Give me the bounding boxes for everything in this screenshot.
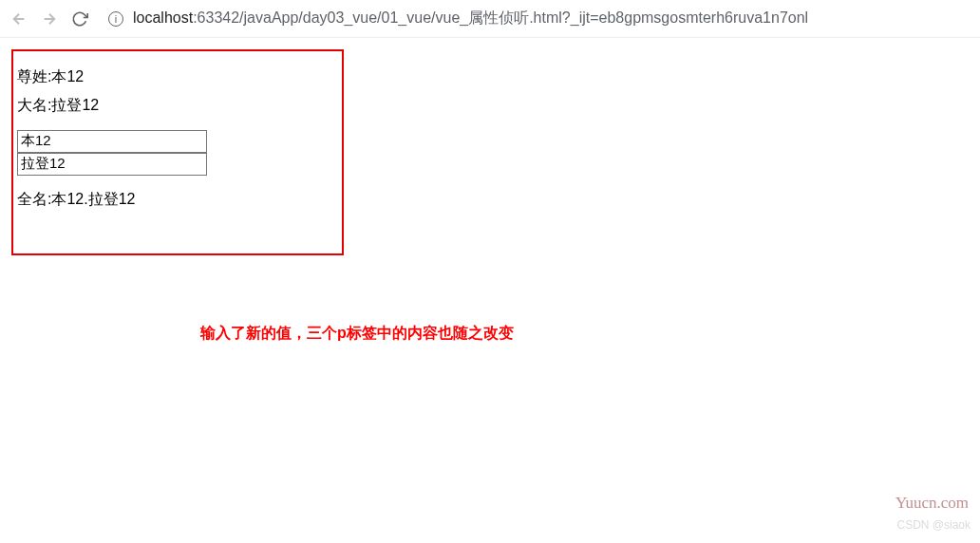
browser-toolbar: i localhost:63342/javaApp/day03_vue/01_v… (0, 0, 980, 38)
page-content: 尊姓:本12 大名:拉登12 全名:本12.拉登12 输入了新的值，三个p标签中… (0, 38, 980, 355)
address-bar[interactable]: i localhost:63342/javaApp/day03_vue/01_v… (108, 9, 971, 28)
surname-input[interactable] (17, 130, 207, 153)
reload-button[interactable] (70, 9, 89, 28)
fullname-value: 本12.拉登12 (51, 191, 135, 207)
surname-paragraph: 尊姓:本12 (17, 66, 338, 87)
forward-button[interactable] (40, 9, 59, 28)
url-port: :63342 (193, 9, 239, 26)
fullname-paragraph: 全名:本12.拉登12 (17, 189, 338, 210)
url-host: localhost (133, 9, 193, 26)
surname-value: 本12 (51, 68, 84, 84)
surname-label: 尊姓: (17, 68, 51, 84)
fullname-label: 全名: (17, 191, 51, 207)
watermark-csdn: CSDN @siaok (896, 518, 971, 532)
watermark-yuucn: Yuucn.com (895, 494, 969, 513)
givenname-label: 大名: (17, 97, 51, 113)
annotation-text: 输入了新的值，三个p标签中的内容也随之改变 (0, 324, 969, 344)
givenname-input[interactable] (17, 153, 207, 176)
input-group (17, 130, 338, 176)
givenname-paragraph: 大名:拉登12 (17, 95, 338, 116)
back-button[interactable] (9, 9, 28, 28)
url-text: localhost:63342/javaApp/day03_vue/01_vue… (133, 9, 808, 28)
url-path: /javaApp/day03_vue/01_vue/vue_属性侦听.html?… (239, 9, 808, 26)
highlighted-box: 尊姓:本12 大名:拉登12 全名:本12.拉登12 (11, 49, 344, 255)
info-icon[interactable]: i (108, 11, 123, 27)
givenname-value: 拉登12 (51, 97, 99, 113)
